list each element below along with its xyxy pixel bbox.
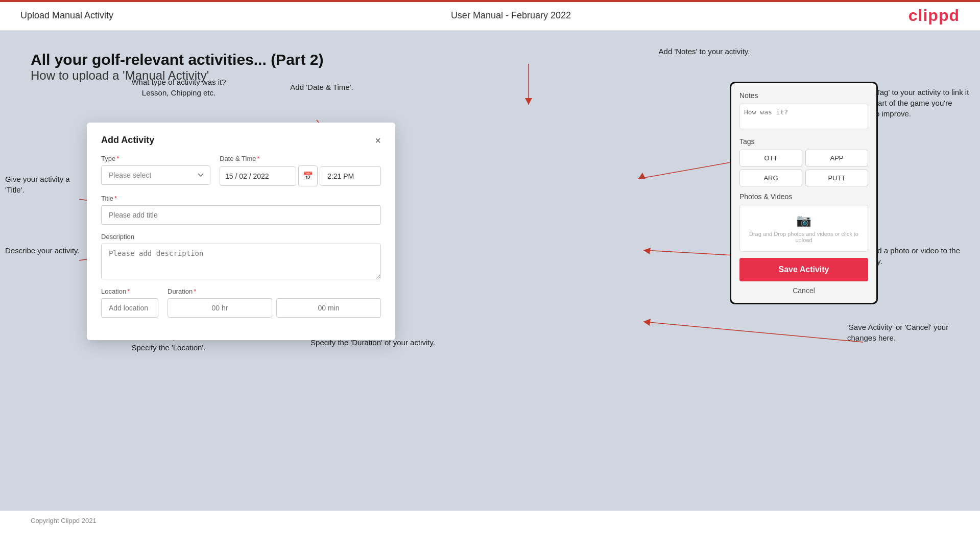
- type-datetime-row: Type* Please select Date & Time* 📅: [101, 155, 381, 186]
- time-input[interactable]: [320, 166, 381, 186]
- cancel-link[interactable]: Cancel: [739, 286, 868, 295]
- date-input[interactable]: [220, 166, 296, 186]
- photos-label: Photos & Videos: [739, 193, 868, 201]
- tags-grid: OTT APP ARG PUTT: [739, 150, 868, 186]
- annotation-datetime: Add 'Date & Time'.: [276, 82, 368, 92]
- calendar-icon[interactable]: 📅: [298, 165, 318, 186]
- duration-inputs: [168, 298, 381, 318]
- tags-label: Tags: [739, 137, 868, 146]
- location-label: Location*: [101, 288, 158, 295]
- title-label: Title*: [101, 195, 381, 202]
- svg-marker-17: [643, 248, 651, 254]
- page-title: Upload Manual Activity: [20, 10, 113, 21]
- modal-close-button[interactable]: ×: [375, 135, 381, 146]
- location-input[interactable]: [101, 298, 158, 318]
- upload-text: Drag and Drop photos and videos or click…: [744, 231, 864, 243]
- duration-label: Duration*: [168, 288, 381, 295]
- notes-textarea[interactable]: [739, 104, 868, 129]
- svg-line-18: [643, 322, 863, 342]
- annotation-notes: Add 'Notes' to your activity.: [653, 46, 755, 57]
- upload-icon: 📷: [796, 213, 811, 228]
- datetime-inputs: 📅: [220, 165, 381, 186]
- upload-area[interactable]: 📷 Drag and Drop photos and videos or cli…: [739, 205, 868, 252]
- description-textarea[interactable]: [101, 244, 381, 279]
- description-label: Description: [101, 233, 381, 241]
- title-group: Title*: [101, 195, 381, 225]
- logo: clippd: [909, 6, 960, 25]
- type-group: Type* Please select: [101, 155, 210, 186]
- title-input[interactable]: [101, 205, 381, 225]
- duration-min-input[interactable]: [276, 298, 381, 318]
- notes-section: Notes: [739, 91, 868, 131]
- footer: Copyright Clippd 2021: [0, 511, 980, 531]
- annotation-type: What type of activity was it? Lesson, Ch…: [123, 77, 235, 98]
- tags-section: Tags OTT APP ARG PUTT: [739, 137, 868, 186]
- notes-label: Notes: [739, 91, 868, 100]
- photos-section: Photos & Videos 📷 Drag and Drop photos a…: [739, 193, 868, 252]
- svg-marker-15: [638, 173, 646, 179]
- modal-title: Add Activity: [101, 135, 154, 146]
- modal-header: Add Activity ×: [101, 135, 381, 146]
- phone-panel: Notes Tags OTT APP ARG PUTT Photos & Vid…: [730, 82, 878, 304]
- copyright: Copyright Clippd 2021: [31, 517, 97, 524]
- datetime-label: Date & Time*: [220, 155, 381, 162]
- tag-app[interactable]: APP: [805, 150, 868, 166]
- datetime-group: Date & Time* 📅: [220, 155, 381, 186]
- doc-title: User Manual - February 2022: [451, 10, 571, 21]
- location-duration-row: Location* Duration*: [101, 288, 381, 318]
- duration-group: Duration*: [168, 288, 381, 318]
- add-activity-modal: Add Activity × Type* Please select Date …: [87, 123, 395, 340]
- annotation-location: Specify the 'Location'.: [112, 342, 225, 353]
- annotation-save-cancel: 'Save Activity' or 'Cancel' your changes…: [847, 322, 965, 343]
- tag-ott[interactable]: OTT: [739, 150, 802, 166]
- description-group: Description: [101, 233, 381, 279]
- tag-putt[interactable]: PUTT: [805, 170, 868, 186]
- svg-marker-13: [525, 98, 532, 105]
- heading-line1: All your golf-relevant activities... (Pa…: [31, 51, 949, 68]
- save-activity-button[interactable]: Save Activity: [739, 258, 868, 281]
- type-label: Type*: [101, 155, 210, 162]
- svg-marker-19: [643, 319, 651, 326]
- location-group: Location*: [101, 288, 158, 318]
- main-content: All your golf-relevant activities... (Pa…: [0, 31, 980, 511]
- tag-arg[interactable]: ARG: [739, 170, 802, 186]
- duration-hr-input[interactable]: [168, 298, 272, 318]
- phone-inner: Notes Tags OTT APP ARG PUTT Photos & Vid…: [731, 83, 876, 303]
- type-select[interactable]: Please select: [101, 165, 210, 185]
- annotation-description: Describe your activity.: [5, 245, 87, 256]
- top-bar: Upload Manual Activity User Manual - Feb…: [0, 0, 980, 31]
- annotation-title: Give your activity a 'Title'.: [5, 174, 87, 195]
